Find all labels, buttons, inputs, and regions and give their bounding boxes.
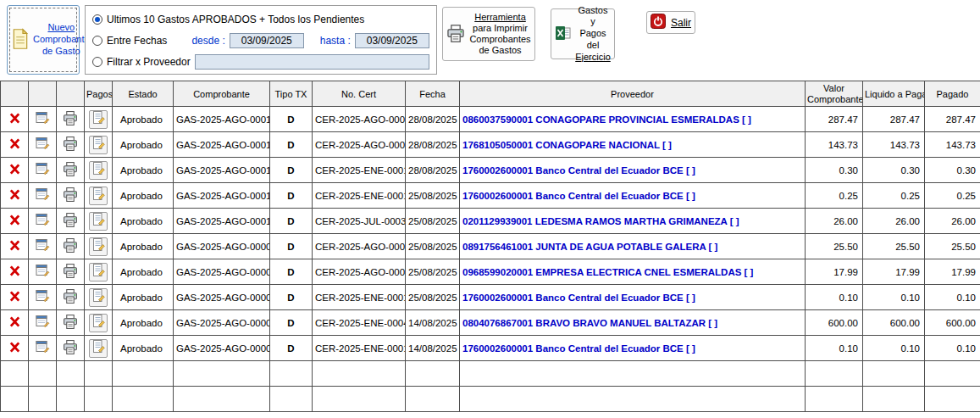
delete-row-button[interactable]	[7, 288, 23, 307]
desde-input[interactable]	[230, 33, 304, 48]
proveedor-cell[interactable]: 1760002600001 Banco Central del Ecuador …	[460, 183, 806, 209]
valor-cell: 26.00	[806, 209, 863, 234]
print-row-button-cell	[57, 310, 85, 336]
print-icon	[63, 137, 78, 153]
pagos-row-button[interactable]	[89, 187, 108, 205]
pagos-row-button[interactable]	[89, 237, 108, 256]
proveedor-cell[interactable]: 0891756461001 JUNTA DE AGUA POTABLE GALE…	[460, 234, 806, 259]
col-pagos-header: Pagos	[85, 81, 113, 107]
print-row-button[interactable]	[61, 135, 80, 155]
provider-filter-input[interactable]	[195, 54, 429, 70]
print-row-button[interactable]	[61, 313, 80, 333]
edit-row-button[interactable]	[34, 287, 52, 307]
edit-row-button[interactable]	[34, 160, 52, 180]
delete-row-button-cell	[1, 158, 29, 183]
print-icon	[63, 264, 78, 281]
delete-row-button[interactable]	[7, 339, 23, 358]
print-row-button[interactable]	[61, 262, 80, 282]
pagos-row-button[interactable]	[89, 110, 108, 129]
empty-cell	[270, 387, 313, 412]
print-row-button[interactable]	[61, 338, 80, 359]
col-pagado-header: Pagado	[925, 81, 980, 107]
print-row-button[interactable]	[61, 211, 80, 231]
expenses-table: Pagos Estado Comprobante Tipo TX No. Cer…	[0, 81, 980, 412]
edit-row-button[interactable]	[34, 237, 52, 256]
edit-record-icon	[36, 137, 50, 153]
fecha-cell: 14/08/2025	[406, 310, 460, 336]
proveedor-cell[interactable]: 1760002600001 Banco Central del Ecuador …	[460, 285, 806, 310]
pagos-edit-icon	[92, 264, 105, 280]
pagos-row-button[interactable]	[89, 339, 108, 358]
radio-provider-filter[interactable]	[92, 57, 102, 67]
delete-row-button[interactable]	[7, 136, 23, 154]
delete-row-button[interactable]	[7, 237, 23, 256]
delete-row-button[interactable]	[7, 110, 23, 129]
edit-row-button[interactable]	[34, 313, 52, 332]
proveedor-cell[interactable]: 1760002600001 Banco Central del Ecuador …	[460, 336, 806, 361]
new-expense-button[interactable]: Nuevo Comprobante de Gasto	[7, 5, 80, 75]
pagos-row-button[interactable]	[89, 263, 108, 281]
proveedor-cell[interactable]: 1760002600001 Banco Central del Ecuador …	[460, 158, 806, 183]
exit-button[interactable]: Salir	[646, 11, 695, 34]
estado-cell: Aprobado	[113, 259, 174, 285]
col-delete-header	[1, 81, 29, 107]
liquido-cell: 143.73	[863, 132, 925, 158]
proveedor-cell[interactable]: 0804076867001 BRAVO BRAVO MANUEL BALTAZA…	[460, 310, 806, 336]
col-valor-header: Valor Comprobante	[806, 81, 863, 107]
edit-record-icon	[36, 162, 50, 178]
delete-row-button[interactable]	[7, 161, 23, 180]
pagos-edit-icon	[92, 315, 105, 331]
edit-row-button[interactable]	[34, 135, 52, 154]
filter-option-provider[interactable]: Filtrar x Proveedor	[86, 51, 436, 72]
radio-last10[interactable]	[92, 14, 102, 25]
proveedor-cell[interactable]: 0201129939001 LEDESMA RAMOS MARTHA GRIMA…	[460, 209, 806, 234]
edit-row-button[interactable]	[34, 338, 52, 358]
tipo-cell: D	[270, 234, 313, 259]
pagos-row-button[interactable]	[89, 136, 108, 154]
delete-row-button[interactable]	[7, 187, 23, 205]
table-row: AprobadoGAS-2025-AGO-00013DCER-2025-AGO-…	[1, 132, 980, 158]
pagos-row-button[interactable]	[89, 161, 108, 180]
hasta-input[interactable]	[355, 33, 429, 48]
fecha-cell: 25/08/2025	[406, 234, 460, 259]
delete-row-button[interactable]	[7, 212, 23, 231]
proveedor-cell[interactable]: 1768105050001 CONAGOPARE NACIONAL [ ]	[460, 132, 806, 158]
pagos-edit-icon	[92, 289, 105, 305]
print-row-button[interactable]	[61, 109, 80, 130]
edit-row-button[interactable]	[34, 109, 52, 129]
empty-cell	[925, 361, 980, 387]
valor-cell: 25.50	[806, 234, 863, 259]
edit-row-button[interactable]	[34, 211, 52, 231]
print-row-button[interactable]	[61, 186, 80, 206]
expenses-payments-report-button[interactable]: Gastos y Pagos del Ejercicio	[551, 8, 615, 59]
empty-cell	[85, 361, 113, 387]
delete-row-button[interactable]	[7, 263, 23, 281]
delete-row-button[interactable]	[7, 314, 23, 332]
fecha-cell: 25/08/2025	[406, 183, 460, 209]
estado-cell: Aprobado	[113, 132, 174, 158]
delete-row-button-cell	[1, 132, 29, 158]
proveedor-cell[interactable]: 0860037590001 CONAGOPARE PROVINCIAL ESME…	[460, 107, 806, 132]
edit-row-button-cell	[29, 259, 57, 285]
edit-row-button-cell	[29, 209, 57, 234]
delete-row-button-cell	[1, 183, 29, 209]
edit-row-button[interactable]	[34, 186, 52, 205]
empty-cell	[270, 361, 313, 387]
power-exit-icon	[651, 14, 666, 31]
edit-row-button[interactable]	[34, 262, 52, 281]
pagos-row-button[interactable]	[89, 288, 108, 307]
radio-between-dates[interactable]	[92, 36, 102, 46]
print-row-button[interactable]	[61, 237, 80, 257]
edit-row-button-cell	[29, 183, 57, 209]
col-tipo-header: Tipo TX	[270, 81, 313, 107]
print-row-button[interactable]	[61, 160, 80, 181]
proveedor-cell[interactable]: 0968599020001 EMPRESA ELECTRICA CNEL ESM…	[460, 259, 806, 285]
pagos-row-button[interactable]	[89, 314, 108, 332]
pagos-row-button[interactable]	[89, 212, 108, 231]
filter-option-last10[interactable]: Ultimos 10 Gastos APROBADOS + Todos los …	[86, 8, 436, 30]
print-vouchers-tool-button[interactable]: Herramienta para Imprimir Comprobantes d…	[442, 7, 535, 61]
print-row-button[interactable]	[61, 287, 80, 308]
pagado-cell: 0.10	[925, 336, 980, 361]
table-row: AprobadoGAS-2025-AGO-00005DCER-2025-ENE-…	[1, 336, 980, 361]
filter-option-between-dates[interactable]: Entre Fechas desde : hasta :	[86, 30, 436, 51]
